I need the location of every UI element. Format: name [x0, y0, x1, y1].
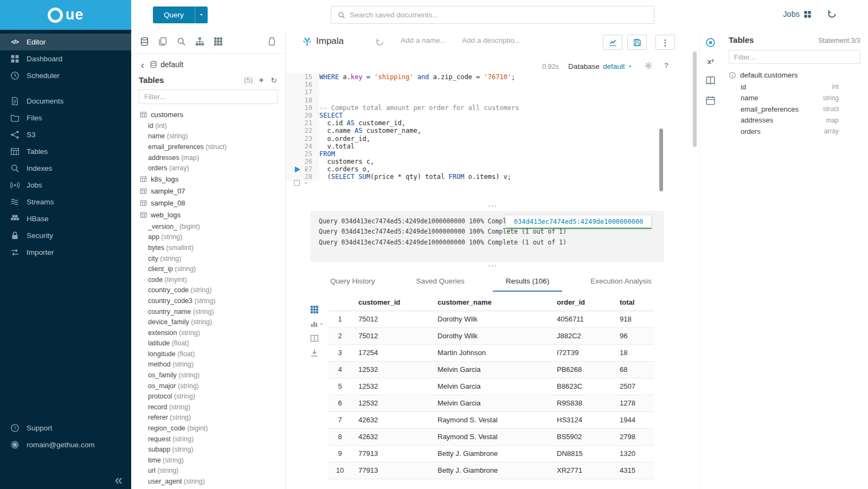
result-row[interactable]: 512532Melvin GarciaB8623C2507	[328, 378, 654, 395]
apps-source-icon[interactable]	[214, 37, 223, 46]
assist-column-request[interactable]: request (string)	[131, 434, 285, 445]
new-query-button[interactable]: Query	[153, 7, 208, 23]
execute-button[interactable]	[293, 165, 301, 173]
right-column-addresses[interactable]: addressesmap	[729, 115, 860, 126]
right-column-email-preferences[interactable]: email_preferencesstruct	[729, 104, 860, 115]
sidebar-item-importer[interactable]: Importer	[0, 244, 131, 261]
assist-column-os-family[interactable]: os_family (string)	[131, 370, 285, 381]
assist-column-extension[interactable]: extension (string)	[131, 327, 285, 338]
sidebar-item-scheduler[interactable]: Scheduler	[0, 67, 131, 84]
assist-column-record[interactable]: record (string)	[131, 402, 285, 413]
right-column-id[interactable]: idint	[729, 81, 860, 93]
tab-saved-queries[interactable]: Saved Queries	[403, 272, 478, 292]
result-row[interactable]: 612532Melvin GarciaR9S8381278	[328, 395, 654, 411]
result-row[interactable]: 842632Raymond S. VestalBS59022798	[328, 428, 654, 445]
database-selector[interactable]: default	[603, 62, 632, 70]
result-row[interactable]: 977913Betty J. GiambroneDN88151320	[328, 445, 654, 462]
sidebar-item-tables[interactable]: Tables	[0, 143, 131, 160]
assist-column-country-code3[interactable]: country_code3 (string)	[131, 295, 285, 306]
sidebar-footer-support[interactable]: ?Support	[0, 420, 131, 436]
database-name[interactable]: default	[160, 60, 183, 69]
sidebar-item-hbase[interactable]: HBase	[0, 210, 131, 227]
documents-source-icon[interactable]	[158, 37, 168, 46]
query-id-tooltip[interactable]: 034d413ec7474ed5:4249de1000000000	[505, 215, 652, 229]
statement-box-icon[interactable]	[294, 180, 300, 186]
active-table-row[interactable]: default.customers	[729, 71, 860, 79]
result-row[interactable]: 317254Martin JohnsonI72T3918	[328, 344, 654, 361]
assist-column-version[interactable]: _version_ (bigint)	[131, 221, 285, 232]
save-button[interactable]	[627, 35, 647, 50]
result-row[interactable]: 412532Melvin GarciaPB626868	[328, 361, 654, 378]
assist-column-country-name[interactable]: country_name (string)	[131, 306, 285, 317]
query-id-link[interactable]: 034d413ec7474ed5:4249de1000000000	[514, 218, 643, 226]
assist-column-client-ip[interactable]: client_ip (string)	[131, 263, 285, 274]
assist-column-referer[interactable]: referer (string)	[131, 413, 285, 423]
assist-column-time[interactable]: time (string)	[131, 455, 285, 466]
assist-column-id[interactable]: id (int)	[131, 120, 285, 131]
sidebar-footer-romain-gethue-com[interactable]: Rromain@gethue.com	[0, 436, 131, 453]
column-header-order-id[interactable]: order_id	[550, 294, 613, 311]
query-description-input[interactable]	[462, 36, 523, 44]
assist-column-region-code[interactable]: region_code (bigint)	[131, 423, 285, 434]
assist-column-url[interactable]: url (string)	[131, 466, 285, 477]
collections-icon[interactable]	[267, 37, 277, 46]
sidebar-item-editor[interactable]: </>Editor	[0, 34, 131, 50]
tab-results-106[interactable]: Results (106)	[493, 272, 562, 292]
language-reference-icon[interactable]	[705, 75, 716, 86]
query-history-icon[interactable]	[376, 38, 384, 46]
column-header-total[interactable]: total	[613, 294, 654, 311]
assist-column-user-agent[interactable]: user_agent (string)	[131, 476, 285, 487]
assist-column-app[interactable]: app (string)	[131, 232, 285, 243]
assist-filter-input[interactable]	[139, 89, 278, 104]
more-actions-button[interactable]: ⋮	[655, 35, 675, 50]
assist-table-k8s-logs[interactable]: k8s_logs	[131, 173, 285, 185]
result-row[interactable]: 742632Raymond S. VestalHS31241944	[328, 411, 654, 428]
sidebar-item-s3[interactable]: S3	[0, 126, 131, 143]
assist-column-subapp[interactable]: subapp (string)	[131, 444, 285, 455]
sidebar-item-jobs[interactable]: Jobs	[0, 177, 131, 194]
assist-column-bytes[interactable]: bytes (smallint)	[131, 242, 285, 253]
editor-assistant-icon[interactable]	[705, 37, 716, 48]
assist-column-os-major[interactable]: os_major (string)	[131, 381, 285, 391]
resize-handle-top[interactable]: ⋯	[286, 202, 699, 209]
sidebar-item-documents[interactable]: Documents	[0, 93, 131, 110]
sidebar-item-indexes[interactable]: Indexes	[0, 160, 131, 177]
grid-view-icon[interactable]	[310, 305, 319, 314]
jobs-link[interactable]: Jobs	[783, 10, 812, 18]
code-editor[interactable]: 15WHERE a.key = 'shipping' and a.zip_cod…	[286, 73, 691, 185]
right-column-orders[interactable]: ordersarray	[729, 126, 860, 137]
query-dropdown-button[interactable]	[195, 7, 208, 23]
assist-column-method[interactable]: method (string)	[131, 359, 285, 370]
statement-options-icon[interactable]	[304, 181, 308, 185]
assist-column-city[interactable]: city (string)	[131, 253, 285, 264]
assist-column-addresses[interactable]: addresses (map)	[131, 152, 285, 163]
functions-icon[interactable]: x²	[707, 57, 713, 66]
search-source-icon[interactable]	[177, 37, 186, 46]
column-header-customer-name[interactable]: customer_name	[431, 294, 550, 311]
assist-column-latitude[interactable]: latitude (float)	[131, 338, 285, 349]
tab-query-history[interactable]: Query History	[317, 272, 388, 292]
history-icon[interactable]	[827, 9, 837, 18]
hue-logo[interactable]: ue	[0, 0, 131, 30]
assist-table-sample-07[interactable]: sample_07	[131, 185, 285, 197]
download-icon[interactable]	[310, 349, 319, 357]
assist-column-device-family[interactable]: device_family (string)	[131, 317, 285, 327]
help-icon[interactable]: ?	[663, 61, 670, 69]
sidebar-collapse-button[interactable]: «	[115, 473, 123, 487]
resize-handle-bottom[interactable]: ⋯	[286, 262, 699, 269]
sidebar-item-dashboard[interactable]: Dashboard	[0, 50, 131, 67]
right-column-name[interactable]: namestring	[729, 93, 860, 104]
code-scrollbar[interactable]	[659, 128, 663, 191]
result-row[interactable]: 1077913Betty J. GiambroneXR27714315	[328, 462, 654, 479]
result-row[interactable]: 175012Dorothy Wilk4056711918	[328, 311, 654, 327]
search-input[interactable]	[350, 11, 647, 19]
panel-scrollbar[interactable]	[693, 52, 697, 147]
assist-column-code[interactable]: code (tinyint)	[131, 274, 285, 285]
assist-column-longitude[interactable]: longitude (float)	[131, 349, 285, 359]
engine-selector[interactable]: Impala	[302, 36, 344, 47]
columns-toggle-icon[interactable]	[310, 334, 319, 343]
assist-column-name[interactable]: name (string)	[131, 131, 285, 142]
assist-column-email-preferences[interactable]: email_preferences (struct)	[131, 141, 285, 152]
assist-table-web-logs[interactable]: web_logs	[131, 209, 285, 221]
column-header-customer-id[interactable]: customer_id	[352, 294, 431, 311]
